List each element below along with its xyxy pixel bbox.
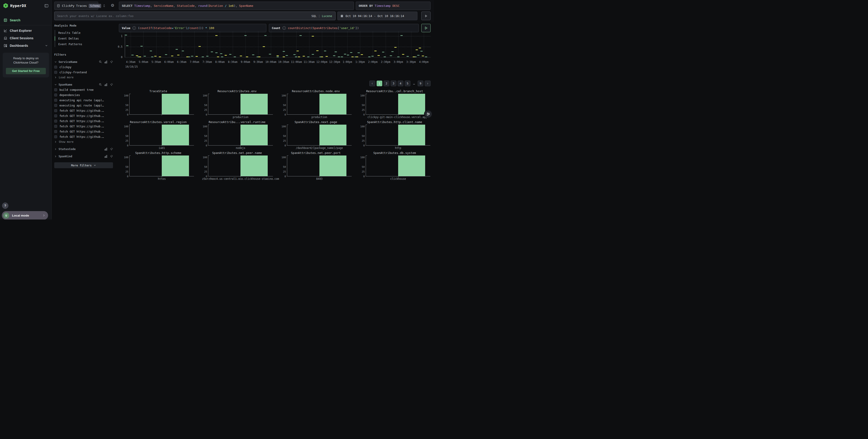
- sidebar-item-client-sessions[interactable]: Client Sessions: [0, 34, 52, 42]
- filter-checkbox[interactable]: [54, 88, 57, 91]
- attribute-chart[interactable]: SpanAttributes.net.peer.name10050250z5pr…: [197, 151, 276, 180]
- delta-mark[interactable]: [326, 56, 328, 57]
- attribute-chart[interactable]: ResourceAttributes.env10050250production: [197, 89, 276, 120]
- delta-mark[interactable]: [234, 57, 236, 57]
- delta-mark[interactable]: [240, 56, 242, 56]
- chart-icon[interactable]: [104, 148, 107, 151]
- sql-toggle[interactable]: SQL: [311, 14, 317, 18]
- delta-mark[interactable]: [191, 56, 193, 57]
- order-by-editor[interactable]: ORDER BY Timestamp DESC: [356, 2, 431, 10]
- filter-checkbox[interactable]: [54, 130, 57, 133]
- filter-checkbox[interactable]: [54, 114, 57, 117]
- attribute-bar[interactable]: [241, 94, 268, 114]
- sidebar-item-dashboards[interactable]: Dashboards: [0, 42, 52, 49]
- delta-mark[interactable]: [139, 57, 141, 57]
- filter-checkbox[interactable]: [54, 99, 57, 102]
- delta-mark[interactable]: [263, 46, 265, 47]
- delta-mark[interactable]: [419, 48, 421, 48]
- sidebar-item-chart-explorer[interactable]: Chart Explorer: [0, 27, 52, 34]
- delta-mark[interactable]: [407, 56, 409, 57]
- delta-mark[interactable]: [220, 53, 222, 54]
- filter-group-header-statuscode[interactable]: StatusCode: [54, 147, 113, 151]
- delta-mark[interactable]: [126, 46, 128, 46]
- delta-mark[interactable]: [286, 55, 288, 56]
- search-input[interactable]: [55, 14, 311, 18]
- delta-mark[interactable]: [413, 57, 415, 57]
- filter-checkbox[interactable]: [54, 93, 57, 96]
- delta-mark[interactable]: [333, 55, 335, 56]
- delta-mark[interactable]: [182, 51, 184, 51]
- attribute-bar[interactable]: [319, 94, 346, 114]
- delta-mark[interactable]: [177, 55, 180, 55]
- delta-mark[interactable]: [368, 57, 370, 57]
- sql-select-editor[interactable]: SELECT Timestamp, ServiceName, StatusCod…: [119, 2, 354, 10]
- attribute-chart[interactable]: TraceState10050250: [119, 89, 197, 120]
- delta-mark[interactable]: [338, 57, 340, 57]
- filter-checkbox[interactable]: [54, 120, 57, 123]
- collapse-sidebar-icon[interactable]: [44, 4, 48, 7]
- filter-item[interactable]: executing api route (app)…: [54, 98, 113, 102]
- attribute-bar[interactable]: [398, 155, 425, 176]
- delta-mark[interactable]: [422, 56, 424, 56]
- filter-checkbox[interactable]: [54, 104, 57, 107]
- delta-mark[interactable]: [358, 53, 360, 53]
- delta-mark[interactable]: [356, 57, 358, 57]
- show-more-link[interactable]: Show more: [54, 140, 113, 143]
- pin-icon[interactable]: [110, 60, 113, 64]
- delta-mark[interactable]: [252, 55, 254, 55]
- pagination-prev-button[interactable]: [369, 81, 375, 86]
- more-filters-button[interactable]: More filters: [54, 162, 113, 168]
- pagination-page-2[interactable]: 2: [384, 81, 389, 86]
- search-run-button[interactable]: [421, 11, 431, 20]
- delta-mark[interactable]: [415, 50, 418, 50]
- delta-mark[interactable]: [159, 57, 161, 57]
- attribute-chart[interactable]: ResourceAttributes.vercel.region10050250…: [119, 120, 197, 151]
- analysis-mode-item-event-deltas[interactable]: Event Deltas: [55, 36, 113, 41]
- delta-mark[interactable]: [371, 56, 374, 57]
- attribute-chart[interactable]: SpanAttributes.http.scheme10050250https: [119, 151, 197, 180]
- delta-mark[interactable]: [307, 57, 309, 57]
- delta-mark[interactable]: [300, 35, 302, 36]
- filter-item[interactable]: executing api route (app)…: [54, 104, 113, 107]
- attribute-bar[interactable]: [241, 125, 268, 145]
- filter-group-header-servicename[interactable]: ServiceName: [54, 60, 113, 64]
- delta-mark[interactable]: [402, 54, 404, 55]
- attribute-chart[interactable]: SpanAttributes.http.client.name10050250h…: [355, 120, 434, 151]
- delta-mark[interactable]: [293, 54, 296, 55]
- delta-mark[interactable]: [171, 56, 173, 56]
- delta-mark[interactable]: [186, 57, 189, 57]
- delta-mark[interactable]: [217, 57, 219, 57]
- delta-mark[interactable]: [382, 52, 384, 53]
- load-more-link[interactable]: Load more: [54, 76, 113, 79]
- attribute-chart[interactable]: ResourceAttributes.node.env10050250produ…: [277, 89, 355, 120]
- delta-mark[interactable]: [229, 54, 231, 55]
- attribute-bar[interactable]: [162, 125, 189, 145]
- pagination-next-button[interactable]: [425, 81, 431, 86]
- attribute-chart[interactable]: ResourceAttribu...vercel.runtime10050250…: [197, 120, 276, 151]
- delta-mark[interactable]: [350, 52, 352, 53]
- delta-mark[interactable]: [297, 51, 299, 51]
- filter-checkbox[interactable]: [54, 66, 57, 68]
- delta-mark[interactable]: [244, 35, 247, 36]
- delta-mark[interactable]: [151, 57, 153, 57]
- delta-mark[interactable]: [324, 51, 326, 51]
- delta-mark[interactable]: [295, 57, 297, 57]
- analysis-mode-item-results-table[interactable]: Results Table: [55, 30, 113, 36]
- filter-item[interactable]: fetch GET https://github.…: [54, 114, 113, 118]
- filter-item[interactable]: fetch GET https://github.…: [54, 130, 113, 133]
- feedback-fab-button[interactable]: [424, 110, 432, 118]
- pagination-page-1[interactable]: 1: [377, 81, 382, 86]
- delta-mark[interactable]: [277, 55, 279, 56]
- delta-mark[interactable]: [344, 54, 346, 55]
- delta-mark[interactable]: [394, 47, 397, 48]
- delta-mark[interactable]: [141, 46, 143, 47]
- delta-mark[interactable]: [321, 57, 323, 57]
- pin-icon[interactable]: [110, 148, 113, 151]
- filter-checkbox[interactable]: [54, 135, 57, 138]
- delta-mark[interactable]: [377, 55, 380, 56]
- delta-mark[interactable]: [206, 56, 209, 57]
- attribute-bar[interactable]: [241, 155, 268, 176]
- delta-mark[interactable]: [277, 57, 279, 57]
- delta-mark[interactable]: [335, 52, 337, 52]
- attribute-bar[interactable]: [162, 155, 189, 176]
